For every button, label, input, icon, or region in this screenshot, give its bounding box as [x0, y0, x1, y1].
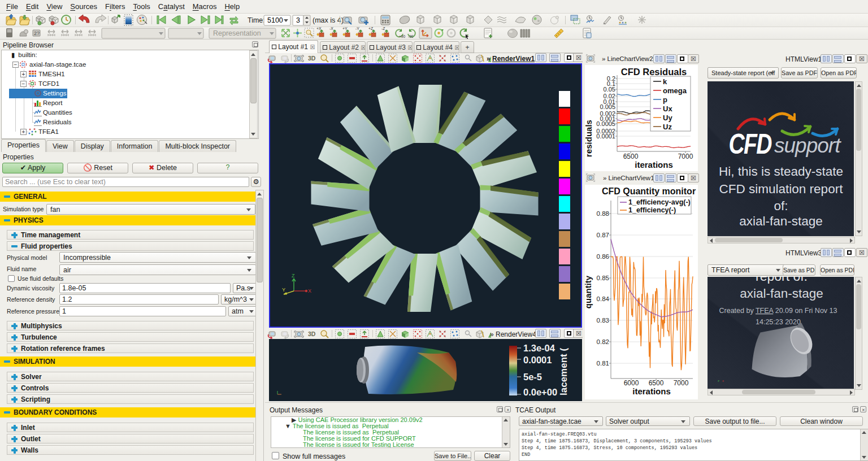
svg-text:1.3e-04: 1.3e-04 — [523, 343, 555, 353]
svg-text:5e-5: 5e-5 — [523, 372, 542, 382]
svg-text:omega: omega — [663, 86, 687, 95]
svg-text:-90: -90 — [408, 34, 414, 38]
svg-text:axial-fan-stage: axial-fan-stage — [739, 214, 823, 228]
svg-text:3D: 3D — [308, 55, 316, 62]
svg-text:-Z: -Z — [381, 27, 385, 31]
svg-text:6000: 6000 — [624, 379, 639, 387]
svg-text:+X: +X — [316, 27, 322, 31]
svg-text:1_efficiency(-): 1_efficiency(-) — [628, 206, 676, 214]
svg-text:1_efficiency-avg(-): 1_efficiency-avg(-) — [628, 198, 691, 206]
svg-text:5100: 5100 — [267, 16, 283, 24]
svg-text:0.86: 0.86 — [597, 253, 609, 260]
svg-text:(max is 4): (max is 4) — [313, 16, 344, 24]
svg-text:0.0e+00: 0.0e+00 — [523, 387, 557, 397]
svg-text:0.0001: 0.0001 — [523, 355, 552, 365]
svg-text:0.83: 0.83 — [597, 317, 609, 324]
svg-text:0.005: 0.005 — [600, 103, 615, 110]
svg-text:Representation: Representation — [213, 29, 261, 37]
svg-text:residuals: residuals — [585, 120, 593, 157]
svg-text:CFD Residuals: CFD Residuals — [621, 67, 687, 77]
svg-text:Z: Z — [292, 273, 295, 279]
svg-text:+Z: +Z — [368, 27, 374, 31]
svg-text:CFD simulation report: CFD simulation report — [719, 182, 844, 196]
svg-text:+90: +90 — [399, 34, 405, 38]
svg-text:CFD: CFD — [728, 128, 772, 160]
svg-text:0.84: 0.84 — [597, 295, 610, 302]
svg-text:Created by TFEA 20.09 on Fri N: Created by TFEA 20.09 on Fri Nov 13 — [719, 307, 837, 315]
svg-text:14:25:23 2020: 14:25:23 2020 — [756, 318, 801, 326]
svg-text:axial-fan-stage: axial-fan-stage — [740, 286, 823, 301]
svg-text:3: 3 — [296, 16, 300, 24]
svg-text:0.87: 0.87 — [597, 232, 609, 238]
svg-text:iterations: iterations — [635, 160, 673, 169]
svg-text:0.0001: 0.0001 — [596, 133, 615, 140]
svg-text:iterations: iterations — [632, 386, 671, 396]
svg-text:Time:: Time: — [248, 16, 265, 24]
svg-text:6500: 6500 — [649, 379, 664, 387]
svg-text:x: x — [722, 379, 724, 382]
svg-text:Ux: Ux — [663, 105, 672, 113]
svg-text:+Y: +Y — [342, 27, 348, 31]
svg-text:0.81: 0.81 — [597, 360, 609, 367]
svg-text:0.88: 0.88 — [597, 210, 609, 217]
svg-text:0.0005: 0.0005 — [596, 120, 615, 127]
svg-text:3D: 3D — [308, 330, 316, 337]
svg-text:p: p — [663, 95, 667, 104]
svg-text:Hi, this is steady-state: Hi, this is steady-state — [719, 164, 843, 179]
svg-text:k: k — [663, 77, 667, 86]
svg-text:7000: 7000 — [678, 153, 693, 160]
svg-text:support: support — [774, 134, 841, 157]
svg-text:0.05: 0.05 — [604, 86, 615, 93]
svg-text:Y: Y — [282, 287, 285, 293]
svg-text:Uz: Uz — [663, 123, 672, 131]
svg-text:7000: 7000 — [674, 379, 689, 387]
svg-text:report of:: report of: — [756, 277, 808, 284]
svg-text:X: X — [308, 288, 311, 294]
svg-text:-Y: -Y — [355, 27, 359, 31]
svg-text:6500: 6500 — [623, 153, 639, 160]
svg-text:CFD Quantity monitor: CFD Quantity monitor — [602, 186, 696, 196]
svg-text:0.85: 0.85 — [597, 275, 609, 281]
svg-text:of:: of: — [774, 199, 788, 213]
svg-text:-X: -X — [329, 27, 333, 31]
svg-text:quantity: quantity — [585, 275, 593, 308]
svg-text:lacement (: lacement ( — [558, 348, 569, 395]
svg-text:2?: 2? — [34, 31, 40, 36]
svg-text:0.82: 0.82 — [597, 338, 609, 345]
svg-text:Uy: Uy — [663, 114, 672, 122]
svg-text:z: z — [718, 379, 719, 382]
